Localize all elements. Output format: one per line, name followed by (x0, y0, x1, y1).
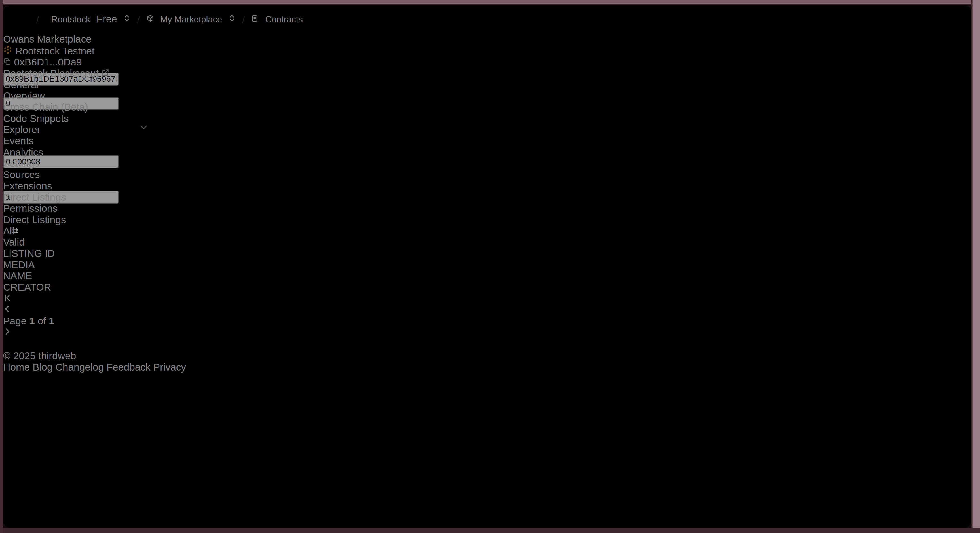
window-frame-bottom (0, 528, 980, 533)
window-frame-left (0, 0, 3, 533)
modal-dim-overlay[interactable] (3, 5, 971, 528)
window-frame-right (971, 0, 980, 533)
window-frame-top (0, 0, 980, 5)
app-window: / Rootstock Free / My Marketplace / (3, 5, 971, 528)
screenshot-viewport: / Rootstock Free / My Marketplace / (0, 0, 980, 533)
